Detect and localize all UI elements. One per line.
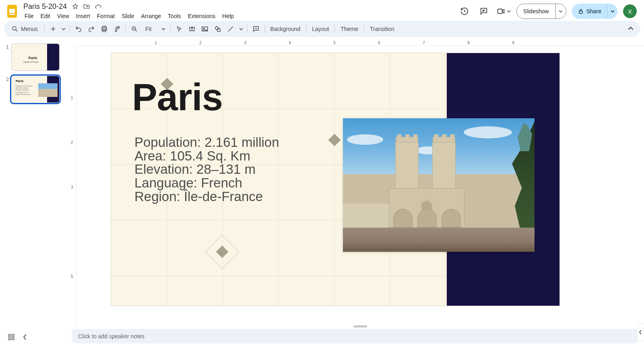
app-logo-icon[interactable] [5, 4, 19, 19]
undo-button[interactable] [72, 23, 85, 35]
svg-rect-16 [12, 334, 14, 336]
ruler-tick: 6 [378, 41, 380, 45]
paint-format-button[interactable] [111, 23, 123, 35]
textbox-button[interactable] [186, 23, 198, 35]
svg-rect-18 [12, 338, 14, 340]
share-button[interactable]: Share [572, 4, 617, 19]
theme-button[interactable]: Theme [337, 26, 361, 32]
history-icon[interactable] [458, 4, 471, 18]
svg-point-13 [215, 27, 219, 30]
speaker-notes[interactable]: Click to add speaker notes [72, 329, 638, 343]
fact-line: Language: French [134, 176, 279, 190]
ruler-tick: 8 [467, 41, 470, 45]
menu-extensions[interactable]: Extensions [185, 12, 218, 20]
thumb-number: 2 [4, 76, 9, 103]
collapse-toolbar-button[interactable] [625, 23, 637, 35]
thumb-title: Paris [28, 56, 37, 60]
collapse-filmstrip-button[interactable] [23, 333, 28, 341]
menu-format[interactable]: Format [94, 12, 118, 20]
filmstrip: 1 Paris Capital of France 2 Paris Popula… [0, 39, 70, 328]
document-title[interactable]: Paris 5-20-24 [22, 2, 68, 11]
ruler-tick: 2 [199, 41, 202, 45]
comment-button[interactable] [250, 23, 262, 35]
ruler-tick: 7 [423, 41, 425, 45]
menu-file[interactable]: File [22, 12, 37, 20]
search-menus-button[interactable]: Menus [7, 23, 42, 35]
lock-icon [578, 8, 584, 14]
fact-line: Region: Île-de-France [134, 190, 279, 204]
svg-rect-15 [8, 334, 10, 336]
star-icon[interactable] [72, 3, 79, 10]
thumb-body-preview: Population 2.161 millionArea 105.4 Sq Km… [16, 85, 36, 95]
chevron-down-icon [161, 27, 165, 31]
video-call-button[interactable] [496, 7, 511, 16]
zoom-value: Fit [145, 26, 152, 32]
redo-button[interactable] [85, 23, 97, 35]
menu-bar: File Edit View Insert Format Slide Arran… [22, 11, 237, 21]
image-button[interactable] [199, 23, 211, 35]
new-slide-button[interactable] [47, 23, 59, 35]
svg-point-5 [12, 27, 16, 30]
horizontal-ruler[interactable]: 1 2 3 4 5 6 7 8 9 [76, 39, 644, 46]
slide-image[interactable] [343, 118, 535, 252]
menu-help[interactable]: Help [219, 12, 237, 20]
zoom-out-button[interactable] [128, 23, 140, 35]
ruler-tick: 1 [71, 96, 73, 100]
svg-point-12 [203, 28, 204, 29]
print-button[interactable] [98, 23, 110, 35]
slide-thumbnail-1[interactable]: Paris Capital of France [11, 43, 60, 71]
share-dropdown-icon[interactable] [607, 4, 617, 19]
slide[interactable]: Paris Population: 2.161 million Area: 10… [111, 53, 559, 306]
pane-resize-handle[interactable] [353, 325, 367, 327]
ruler-tick: 2 [71, 140, 73, 145]
thumb-subtitle: Capital of France [23, 61, 39, 63]
canvas[interactable]: Paris Population: 2.161 million Area: 10… [76, 46, 644, 328]
ruler-tick: 3 [71, 185, 73, 189]
line-button[interactable] [225, 23, 237, 35]
menu-arrange[interactable]: Arrange [138, 12, 164, 20]
slide-editor: 1 2 3 4 5 6 7 8 9 1 2 3 5 [70, 39, 644, 328]
ruler-tick: 4 [289, 41, 291, 45]
thumb-title: Paris [16, 79, 24, 83]
vertical-ruler[interactable]: 1 2 3 5 [70, 46, 76, 328]
menu-tools[interactable]: Tools [165, 12, 184, 20]
menu-edit[interactable]: Edit [38, 12, 53, 20]
svg-rect-2 [9, 14, 15, 15]
menu-insert[interactable]: Insert [73, 12, 93, 20]
ruler-tick: 9 [512, 41, 514, 45]
search-menus-label: Menus [21, 26, 38, 32]
ruler-tick: 1 [155, 41, 157, 45]
ruler-tick: 5 [333, 41, 336, 45]
background-button[interactable]: Background [267, 26, 304, 32]
select-tool-button[interactable] [173, 23, 185, 35]
menu-slide[interactable]: Slide [119, 12, 137, 20]
new-slide-dropdown-icon[interactable] [60, 23, 67, 35]
slide-title[interactable]: Paris [132, 76, 223, 119]
shape-button[interactable] [212, 23, 224, 35]
slideshow-button[interactable]: Slideshow [516, 4, 566, 19]
svg-rect-4 [579, 11, 582, 13]
expand-side-panel-button[interactable] [637, 323, 644, 341]
thumb-number: 1 [4, 43, 9, 71]
zoom-select[interactable]: Fit [141, 26, 168, 32]
comments-icon[interactable] [477, 4, 491, 18]
slideshow-label: Slideshow [517, 8, 555, 14]
menu-view[interactable]: View [54, 12, 72, 20]
grid-view-button[interactable] [7, 333, 15, 341]
account-avatar[interactable]: X [623, 4, 637, 18]
share-label: Share [586, 8, 601, 14]
slide-thumbnail-2[interactable]: Paris Population 2.161 millionArea 105.4… [11, 76, 60, 103]
move-folder-icon[interactable] [83, 3, 90, 10]
fact-line: Population: 2.161 million [134, 136, 279, 149]
thumb-image-preview [38, 83, 58, 97]
title-bar: Paris 5-20-24 File Edit View Insert Form… [0, 0, 644, 21]
slide-body-text[interactable]: Population: 2.161 million Area: 105.4 Sq… [134, 136, 279, 203]
ruler-tick: 3 [244, 41, 246, 45]
transition-button[interactable]: Transition [367, 26, 398, 32]
layout-button[interactable]: Layout [309, 26, 332, 32]
slideshow-dropdown-icon[interactable] [555, 4, 566, 19]
line-dropdown-icon[interactable] [237, 23, 245, 35]
cloud-status-icon[interactable] [94, 3, 102, 10]
fact-line: Area: 105.4 Sq. Km [134, 149, 279, 163]
speaker-notes-placeholder: Click to add speaker notes [78, 333, 144, 339]
